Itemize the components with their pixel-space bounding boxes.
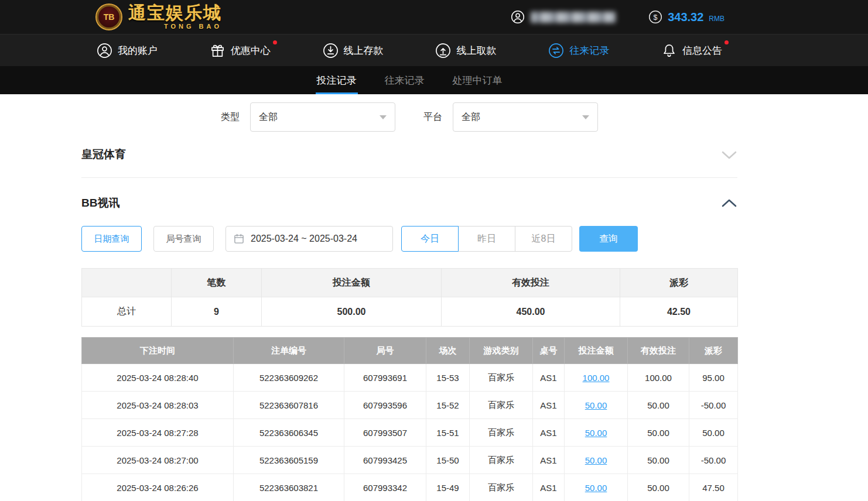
total-label: 总计	[82, 297, 172, 327]
header-valid-bet: 有效投注	[628, 338, 689, 364]
main-nav: 我的账户 优惠中心 线上存款	[0, 34, 868, 66]
query-controls: 日期查询 局号查询 2025-03-24 ~ 2025-03-24 今日 昨日 …	[81, 226, 737, 252]
nav-label: 线上存款	[344, 44, 384, 57]
summary-header-valid-bet: 有效投注	[442, 269, 620, 297]
nav-label: 往来记录	[569, 44, 609, 57]
today-button[interactable]: 今日	[401, 226, 459, 252]
date-query-button[interactable]: 日期查询	[81, 226, 142, 252]
nav-label: 我的账户	[118, 44, 158, 57]
valid-bet-cell: 50.00	[628, 392, 689, 419]
bet-amount-link[interactable]: 100.00	[583, 373, 610, 383]
summary-header-payout: 派彩	[620, 269, 738, 297]
calendar-icon	[233, 233, 245, 245]
round-query-button[interactable]: 局号查询	[153, 226, 214, 252]
balance-amount: 343.32	[668, 11, 703, 24]
platform-select[interactable]: 全部	[453, 102, 598, 132]
table-no-cell: AS1	[533, 419, 565, 447]
table-row: 2025-03-24 08:27:28 522363606345 6079935…	[82, 419, 738, 447]
bet-amount-link[interactable]: 50.00	[585, 428, 607, 438]
logo-badge-text: TB	[104, 12, 115, 22]
bet-time-cell: 2025-03-24 08:27:28	[82, 419, 234, 447]
bet-amount-link[interactable]: 50.00	[585, 455, 607, 465]
payout-cell: 95.00	[689, 364, 738, 392]
record-tabs-bar: 投注记录 往来记录 处理中订单	[0, 66, 868, 94]
balance-display[interactable]: $ 343.32 RMB	[648, 10, 725, 24]
bet-amount-cell: 100.00	[565, 364, 628, 392]
date-range-input[interactable]: 2025-03-24 ~ 2025-03-24	[225, 226, 393, 252]
tab-transaction-records[interactable]: 往来记录	[384, 66, 426, 94]
payout-cell: -50.00	[689, 447, 738, 474]
bet-time-cell: 2025-03-24 08:28:40	[82, 364, 234, 392]
account-info[interactable]	[511, 10, 616, 24]
top-header: TB 通宝娱乐城 TONG BAO $ 343.32 R	[0, 0, 868, 34]
summary-header-bet-amount: 投注金额	[262, 269, 442, 297]
detail-table-body: 2025-03-24 08:28:40 522363609262 6079936…	[82, 364, 738, 501]
date-range-value: 2025-03-24 ~ 2025-03-24	[251, 234, 357, 244]
header-round: 局号	[344, 338, 426, 364]
round-cell: 607993596	[344, 392, 426, 419]
bet-amount-cell: 50.00	[565, 392, 628, 419]
game-cell: 百家乐	[470, 474, 533, 501]
bet-id-cell: 522363605159	[234, 447, 344, 474]
chevron-down-icon	[582, 115, 589, 119]
valid-bet-cell: 100.00	[628, 364, 689, 392]
game-cell: 百家乐	[470, 392, 533, 419]
section-bb-video[interactable]: BB视讯	[81, 195, 737, 211]
session-cell: 15-50	[426, 447, 470, 474]
section-crown-sports[interactable]: 皇冠体育	[81, 147, 737, 178]
game-cell: 百家乐	[470, 447, 533, 474]
section-title: 皇冠体育	[81, 147, 126, 162]
platform-filter-label: 平台	[423, 111, 442, 123]
summary-header-blank	[82, 269, 172, 297]
bet-id-cell: 522363603821	[234, 474, 344, 501]
logo-subtitle: TONG BAO	[128, 23, 222, 30]
type-select[interactable]: 全部	[250, 102, 395, 132]
bell-icon	[661, 43, 677, 59]
nav-item-announcements[interactable]: 信息公告	[661, 43, 722, 59]
nav-item-transaction-records[interactable]: 往来记录	[548, 43, 609, 59]
table-no-cell: AS1	[533, 447, 565, 474]
table-row: 2025-03-24 08:27:00 522363605159 6079934…	[82, 447, 738, 474]
total-bet-amount: 500.00	[262, 297, 442, 327]
notification-dot	[273, 40, 277, 44]
session-cell: 15-49	[426, 474, 470, 501]
round-cell: 607993425	[344, 447, 426, 474]
section-title: BB视讯	[81, 195, 119, 211]
svg-text:$: $	[654, 13, 658, 22]
bet-time-cell: 2025-03-24 08:28:03	[82, 392, 234, 419]
detail-header-row: 下注时间 注单编号 局号 场次 游戏类别 桌号 投注金额 有效投注 派彩	[82, 338, 738, 364]
last-8-days-button[interactable]: 近8日	[515, 226, 572, 252]
quick-date-group: 今日 昨日 近8日	[401, 226, 572, 252]
search-button[interactable]: 查询	[579, 226, 638, 252]
nav-item-deposit[interactable]: 线上存款	[323, 43, 384, 59]
logo-chip-icon: TB	[95, 4, 122, 30]
header-game-type: 游戏类别	[470, 338, 533, 364]
header-payout: 派彩	[689, 338, 738, 364]
tab-processing-orders[interactable]: 处理中订单	[452, 66, 504, 94]
nav-label: 线上取款	[456, 44, 496, 57]
yesterday-button[interactable]: 昨日	[458, 226, 515, 252]
nav-item-withdraw[interactable]: 线上取款	[435, 43, 496, 59]
filter-row: 类型 全部 平台 全部	[81, 102, 737, 132]
logo-title: 通宝娱乐城	[128, 4, 222, 22]
bet-amount-cell: 50.00	[565, 419, 628, 447]
chevron-up-icon[interactable]	[721, 198, 737, 208]
nav-label: 优惠中心	[231, 44, 271, 57]
bet-amount-link[interactable]: 50.00	[585, 483, 607, 493]
header-bet-time: 下注时间	[82, 338, 234, 364]
payout-cell: 50.00	[689, 419, 738, 447]
chevron-down-icon[interactable]	[721, 150, 737, 160]
bet-id-cell: 522363609262	[234, 364, 344, 392]
platform-select-value: 全部	[462, 111, 480, 123]
game-cell: 百家乐	[470, 419, 533, 447]
bet-amount-link[interactable]: 50.00	[585, 400, 607, 410]
bet-time-cell: 2025-03-24 08:26:26	[82, 474, 234, 501]
nav-item-promotions[interactable]: 优惠中心	[210, 43, 271, 59]
summary-header-count: 笔数	[172, 269, 262, 297]
nav-item-my-account[interactable]: 我的账户	[97, 43, 158, 59]
tab-bet-records[interactable]: 投注记录	[316, 66, 358, 94]
site-logo[interactable]: TB 通宝娱乐城 TONG BAO	[95, 4, 222, 30]
table-no-cell: AS1	[533, 474, 565, 501]
nav-label: 信息公告	[682, 44, 722, 57]
round-cell: 607993507	[344, 419, 426, 447]
